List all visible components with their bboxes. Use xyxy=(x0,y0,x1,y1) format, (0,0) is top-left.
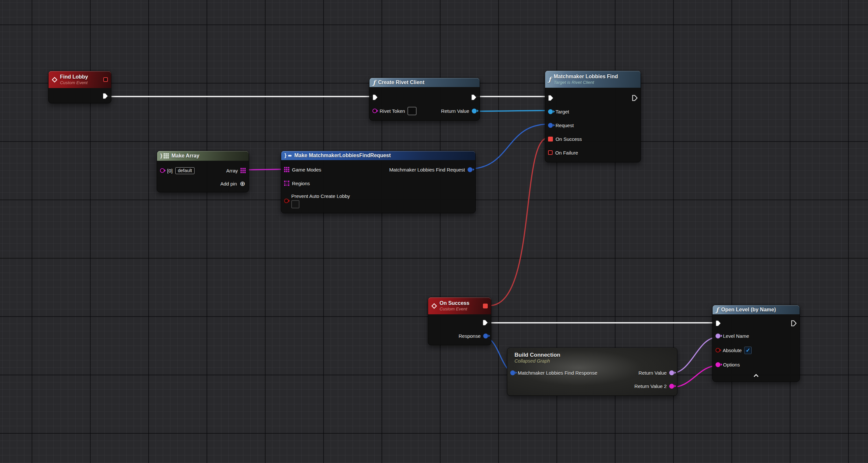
wire-request-to-matchmaker[interactable] xyxy=(468,124,548,169)
node-title: Make Array xyxy=(172,153,199,159)
pin-request[interactable] xyxy=(548,123,553,128)
pin-label-return-value: Return Value xyxy=(441,108,469,114)
add-pin-label: Add pin xyxy=(220,181,237,186)
node-title: Make MatchmakerLobbiesFindRequest xyxy=(294,153,391,158)
node-title: Find Lobby xyxy=(60,74,88,80)
node-make-array[interactable]: } Make Array [0] default Array xyxy=(157,151,249,192)
exec-out-pin[interactable] xyxy=(791,320,797,326)
node-on-success-header[interactable]: On Success Custom Event xyxy=(428,297,491,314)
wire-layer xyxy=(0,0,868,463)
make-struct-dash-icon xyxy=(288,155,291,156)
pin-rivet-token[interactable] xyxy=(372,109,377,113)
node-create-rivet-client[interactable]: ƒ Create Rivet Client Rivet Token Return… xyxy=(369,78,480,121)
pin-label-return-value: Return Value xyxy=(639,370,666,376)
node-title: Create Rivet Client xyxy=(378,80,424,85)
node-make-array-header[interactable]: } Make Array xyxy=(157,151,249,161)
node-title: Build Connection xyxy=(515,352,670,358)
pin-label-absolute: Absolute xyxy=(723,348,742,353)
pin-return-value[interactable] xyxy=(669,370,674,375)
pin-absolute[interactable] xyxy=(715,348,720,352)
pin-label-index0: [0] xyxy=(167,168,173,173)
blueprint-graph-canvas[interactable]: Find Lobby Custom Event ƒ Create Rivet C… xyxy=(0,0,868,463)
exec-out-pin[interactable] xyxy=(632,95,638,101)
node-subtitle: Custom Event xyxy=(439,307,469,312)
node-subtitle: Collapsed Graph xyxy=(515,358,670,364)
pin-response[interactable] xyxy=(483,334,488,339)
node-matchmaker-lobbies-find[interactable]: ƒ Matchmaker Lobbies Find Target is Rive… xyxy=(545,70,641,163)
custom-event-icon xyxy=(431,303,437,309)
node-on-success[interactable]: On Success Custom Event Response xyxy=(428,297,491,345)
node-open-level-header[interactable]: ƒ Open Level (by Name) xyxy=(713,305,800,314)
pin-regions[interactable] xyxy=(284,181,289,186)
pin-label-regions: Regions xyxy=(292,181,310,186)
index0-value-input[interactable]: default xyxy=(175,167,195,174)
add-pin-button[interactable]: ⊕ xyxy=(240,181,246,187)
node-subtitle: Target is Rivet Client xyxy=(554,80,618,85)
pin-label-response: Response xyxy=(459,333,480,339)
custom-event-icon xyxy=(52,77,57,83)
wire-return-value-to-target[interactable] xyxy=(476,111,548,111)
exec-in-pin[interactable] xyxy=(548,95,554,101)
pin-label-rivet-token: Rivet Token xyxy=(380,108,405,114)
prevent-checkbox[interactable] xyxy=(291,200,300,208)
node-title: Open Level (by Name) xyxy=(721,307,776,313)
pin-request-out[interactable] xyxy=(468,167,472,172)
exec-in-pin[interactable] xyxy=(715,320,721,326)
pin-options[interactable] xyxy=(715,362,720,367)
pin-label-on-success: On Success xyxy=(556,136,582,142)
absolute-checkbox[interactable]: ✓ xyxy=(744,347,752,354)
pin-game-modes[interactable] xyxy=(284,167,289,172)
pin-target[interactable] xyxy=(548,109,553,114)
exec-in-pin[interactable] xyxy=(372,94,378,100)
pin-on-failure-delegate[interactable] xyxy=(548,150,553,155)
wire-array-to-game-modes[interactable] xyxy=(245,169,285,170)
exec-out-pin[interactable] xyxy=(103,93,108,99)
function-icon: ƒ xyxy=(716,306,718,313)
delegate-pin[interactable] xyxy=(483,303,488,309)
exec-out-pin[interactable] xyxy=(483,320,488,326)
node-build-connection[interactable]: Build Connection Collapsed Graph Matchma… xyxy=(507,348,677,396)
pin-index0[interactable] xyxy=(160,168,164,173)
pin-label-request: Request xyxy=(556,123,574,128)
exec-out-pin[interactable] xyxy=(471,94,477,100)
pin-label-on-failure: On Failure xyxy=(555,150,578,155)
pin-label-return-value-2: Return Value 2 xyxy=(634,383,666,389)
pin-label-level-name: Level Name xyxy=(723,333,749,339)
pin-array-out[interactable] xyxy=(241,168,246,173)
node-open-level[interactable]: ƒ Open Level (by Name) Level Name Absolu… xyxy=(712,305,800,382)
make-array-grid-icon xyxy=(163,153,169,158)
pin-label-array: Array xyxy=(226,168,238,173)
pin-label-response-in: Matchmaker Lobbies Find Response xyxy=(518,370,597,376)
node-make-matchmaker-lobbies-find-request[interactable]: } Make MatchmakerLobbiesFindRequest Game… xyxy=(281,151,476,213)
pin-response-in[interactable] xyxy=(510,370,515,375)
wire-on-success-delegate[interactable] xyxy=(489,138,548,306)
node-title: On Success xyxy=(439,300,469,307)
pin-on-success-delegate[interactable] xyxy=(548,137,553,142)
node-find-lobby-header[interactable]: Find Lobby Custom Event xyxy=(49,71,111,88)
pin-prevent-auto-create-lobby[interactable] xyxy=(284,199,289,203)
delegate-pin[interactable] xyxy=(103,77,108,82)
node-matchmaker-header[interactable]: ƒ Matchmaker Lobbies Find Target is Rive… xyxy=(545,71,641,88)
function-icon: ƒ xyxy=(548,76,551,83)
pin-label-options: Options xyxy=(723,362,740,368)
pin-return-value-2[interactable] xyxy=(669,384,674,389)
pin-level-name[interactable] xyxy=(715,334,720,339)
pin-return-value[interactable] xyxy=(472,109,477,113)
make-array-bracket-icon: } xyxy=(160,153,162,159)
collapse-chevron-button[interactable] xyxy=(753,374,759,377)
pin-label-target: Target xyxy=(556,109,569,114)
node-create-rivet-client-header[interactable]: ƒ Create Rivet Client xyxy=(370,78,479,87)
node-title: Matchmaker Lobbies Find xyxy=(554,74,618,80)
make-struct-bracket-icon: } xyxy=(284,153,286,158)
node-make-request-header[interactable]: } Make MatchmakerLobbiesFindRequest xyxy=(281,151,475,160)
pin-label-output: Matchmaker Lobbies Find Request xyxy=(389,167,465,172)
rivet-token-input[interactable] xyxy=(408,107,416,115)
function-icon: ƒ xyxy=(373,79,375,86)
node-subtitle: Custom Event xyxy=(60,80,88,86)
pin-label-game-modes: Game Modes xyxy=(292,167,321,172)
pin-label-prevent: Prevent Auto Create Lobby xyxy=(291,193,350,199)
node-find-lobby[interactable]: Find Lobby Custom Event xyxy=(48,71,112,104)
